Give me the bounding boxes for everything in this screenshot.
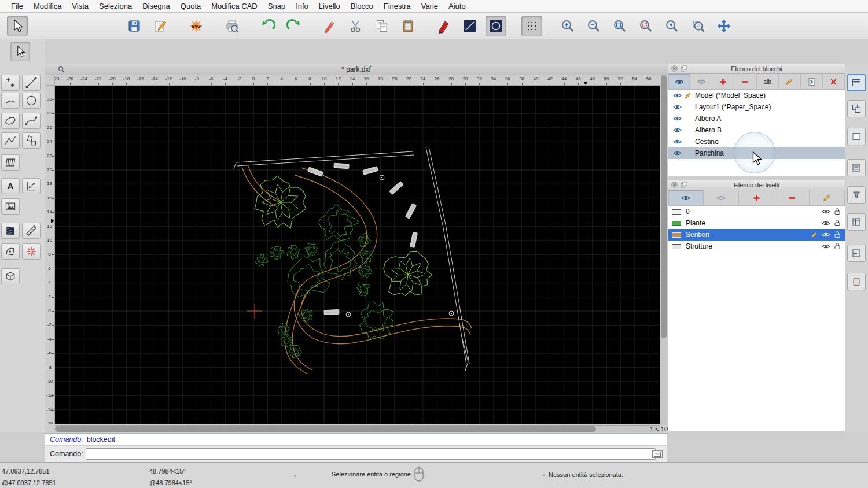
menu-file[interactable]: File bbox=[6, 2, 28, 10]
measure-tool-button[interactable] bbox=[22, 223, 41, 239]
menu-modifica[interactable]: Modifica bbox=[28, 2, 67, 10]
edit-layer-button[interactable] bbox=[810, 190, 845, 205]
arc-tool-button[interactable] bbox=[1, 93, 20, 109]
layer-row[interactable]: 0 bbox=[668, 206, 845, 217]
visibility-eye-icon[interactable] bbox=[822, 243, 830, 249]
line-attributes-button[interactable] bbox=[459, 16, 480, 36]
zoom-in-button[interactable] bbox=[557, 16, 578, 36]
list-dock-toggle[interactable] bbox=[847, 159, 866, 176]
visibility-eye-icon[interactable] bbox=[822, 220, 830, 226]
polyline-tool-button[interactable] bbox=[1, 132, 20, 149]
block-row[interactable]: Albero A bbox=[668, 113, 845, 124]
close-panel-icon[interactable] bbox=[671, 65, 678, 72]
add-block-button[interactable] bbox=[712, 74, 734, 89]
circle-tool-button[interactable] bbox=[486, 16, 506, 36]
insert-block-button[interactable] bbox=[801, 74, 823, 89]
properties-dock-toggle[interactable] bbox=[847, 245, 866, 262]
layer-row[interactable]: Sentieri bbox=[668, 229, 845, 241]
detach-panel-icon[interactable] bbox=[681, 182, 687, 188]
vertical-scroll-thumb[interactable] bbox=[661, 75, 667, 338]
horizontal-scrollbar[interactable] bbox=[55, 425, 660, 432]
delete-button[interactable] bbox=[319, 16, 340, 36]
zoom-selection-button[interactable] bbox=[635, 16, 656, 36]
edit-block-button[interactable] bbox=[779, 74, 801, 89]
hatch-region-tool-button[interactable] bbox=[1, 154, 20, 171]
shape-tool-button[interactable] bbox=[1, 243, 20, 260]
block-row[interactable]: Model (*Model_Space) bbox=[668, 90, 845, 101]
explode-tool-button[interactable] bbox=[22, 243, 41, 260]
cut-button[interactable] bbox=[345, 16, 366, 36]
palette-select-button[interactable] bbox=[10, 42, 30, 61]
line-tool-button[interactable] bbox=[22, 75, 41, 91]
menu-livello[interactable]: Livello bbox=[314, 2, 345, 10]
spline-tool-button[interactable] bbox=[22, 113, 41, 129]
visibility-eye-icon[interactable] bbox=[673, 104, 682, 110]
menu-quota[interactable]: Quota bbox=[175, 2, 206, 10]
show-all-blocks-button[interactable] bbox=[668, 74, 690, 89]
library-dock-toggle[interactable] bbox=[847, 100, 866, 117]
ellipse-tool-button[interactable] bbox=[1, 113, 20, 129]
zoom-previous-button[interactable] bbox=[661, 16, 682, 36]
layout-dock-toggle[interactable] bbox=[847, 213, 866, 231]
layer-row[interactable]: Strutture bbox=[668, 241, 845, 252]
menu-finestra[interactable]: Finestra bbox=[378, 2, 416, 10]
remove-layer-button[interactable] bbox=[774, 190, 810, 205]
hide-all-layers-button[interactable] bbox=[704, 190, 739, 205]
redo-button[interactable] bbox=[284, 16, 304, 36]
delete-block-button[interactable] bbox=[823, 74, 845, 89]
close-panel-icon[interactable] bbox=[671, 182, 678, 188]
text-tool-button[interactable]: A bbox=[1, 178, 20, 194]
svg-export-button[interactable]: SVG bbox=[186, 16, 207, 36]
menu-snap[interactable]: Snap bbox=[263, 2, 290, 10]
menu-modifica-cad[interactable]: Modifica CAD bbox=[206, 2, 262, 10]
menu-info[interactable]: Info bbox=[290, 2, 314, 10]
block-row[interactable]: Albero B bbox=[668, 124, 845, 136]
menu-vista[interactable]: Vista bbox=[67, 2, 94, 10]
circle-tool-palette-button[interactable] bbox=[22, 93, 41, 109]
block-row[interactable]: Cestino bbox=[668, 136, 845, 147]
drawing-canvas[interactable] bbox=[55, 86, 660, 424]
command-options-button[interactable] bbox=[652, 450, 663, 458]
paste-button[interactable] bbox=[398, 16, 418, 36]
lock-icon[interactable] bbox=[834, 220, 840, 227]
box3d-tool-button[interactable] bbox=[1, 268, 20, 284]
menu-blocco[interactable]: Blocco bbox=[345, 2, 378, 10]
rename-block-button[interactable]: alb bbox=[757, 74, 779, 89]
undo-button[interactable] bbox=[258, 16, 278, 36]
lock-icon[interactable] bbox=[834, 243, 840, 250]
visibility-eye-icon[interactable] bbox=[673, 139, 682, 145]
dimension-tool-button[interactable] bbox=[22, 178, 41, 194]
visibility-eye-icon[interactable] bbox=[673, 116, 682, 121]
visibility-eye-icon[interactable] bbox=[673, 93, 682, 98]
block-row[interactable]: Panchina bbox=[668, 147, 845, 159]
layer-row[interactable]: Piante bbox=[668, 217, 845, 229]
clipboard-dock-toggle[interactable] bbox=[847, 273, 866, 290]
print-preview-button[interactable] bbox=[222, 16, 242, 36]
grid-toggle-button[interactable] bbox=[521, 16, 542, 36]
lock-icon[interactable] bbox=[834, 208, 840, 215]
save-button[interactable] bbox=[124, 16, 145, 36]
menu-varie[interactable]: Varie bbox=[416, 2, 443, 10]
vertical-scrollbar[interactable] bbox=[660, 75, 667, 425]
edit-drawing-button[interactable] bbox=[150, 16, 171, 36]
pan-button[interactable] bbox=[713, 16, 734, 36]
detach-panel-icon[interactable] bbox=[681, 65, 687, 72]
select-tool-button[interactable] bbox=[7, 16, 28, 36]
blocks-dock-toggle[interactable] bbox=[847, 74, 866, 91]
points-tool-button[interactable] bbox=[1, 75, 20, 91]
horizontal-scroll-thumb[interactable] bbox=[55, 426, 596, 432]
polygon-tool-button[interactable] bbox=[22, 132, 41, 149]
menu-seleziona[interactable]: Seleziona bbox=[94, 2, 137, 10]
zoom-auto-button[interactable] bbox=[609, 16, 630, 36]
visibility-eye-icon[interactable] bbox=[822, 209, 830, 215]
command-input[interactable] bbox=[86, 448, 656, 460]
visibility-eye-icon[interactable] bbox=[673, 127, 682, 133]
lock-icon[interactable] bbox=[834, 231, 840, 238]
block-row[interactable]: Layout1 (*Paper_Space) bbox=[668, 101, 845, 113]
filter-dock-toggle[interactable] bbox=[847, 186, 866, 204]
remove-block-button[interactable] bbox=[734, 74, 756, 89]
visibility-eye-icon[interactable] bbox=[673, 150, 682, 156]
zoom-out-button[interactable] bbox=[583, 16, 604, 36]
hide-all-blocks-button[interactable] bbox=[690, 74, 712, 89]
fill-tool-button[interactable] bbox=[1, 223, 20, 239]
